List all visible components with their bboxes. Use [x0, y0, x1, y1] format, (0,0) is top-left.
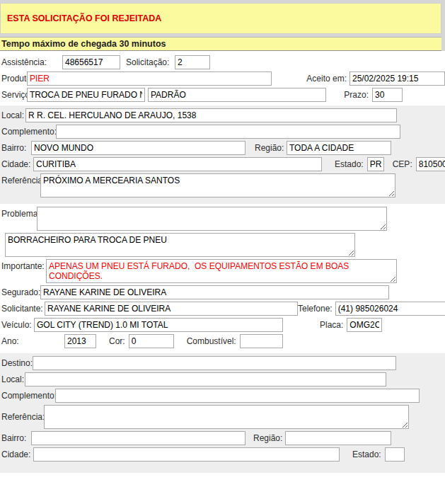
solicitante-label: Solicitante: [1, 304, 45, 314]
dest-bairro-label: Bairro: [1, 433, 31, 443]
destination-section: Destino: Local: Complemento: Referência:… [0, 353, 445, 473]
combustivel-input[interactable] [240, 334, 283, 348]
dest-bairro-input[interactable] [31, 431, 245, 445]
cor-label: Cor: [109, 336, 125, 346]
servico-tipo-input[interactable] [148, 88, 326, 102]
origin-regiao-input[interactable] [287, 141, 391, 155]
ano-input[interactable] [64, 334, 96, 348]
origin-estado-input[interactable] [367, 157, 384, 171]
importante-textarea[interactable]: APENAS UM PNEU ESTÁ FURADO, OS EQUIPAMEN… [46, 259, 397, 283]
origin-cidade-input[interactable] [33, 157, 322, 171]
origin-cep-input[interactable] [416, 157, 445, 171]
aceito-em-input[interactable] [349, 71, 445, 86]
veiculo-label: Veículo: [1, 320, 34, 330]
origin-cep-label: CEP: [393, 159, 412, 169]
telefone-label: Telefone: [298, 304, 333, 314]
origin-local-label: Local: [1, 110, 25, 120]
prazo-input[interactable] [372, 88, 403, 102]
origin-referencias-label: Referências: [1, 173, 40, 185]
dest-referencia-textarea[interactable] [44, 405, 409, 429]
placa-input[interactable] [347, 318, 382, 332]
produto-label: Produto: [1, 74, 27, 84]
aceito-em-label: Aceito em: [306, 74, 347, 84]
origin-local-input[interactable] [25, 108, 397, 122]
dest-estado-input[interactable] [385, 447, 405, 462]
origin-complemento-input[interactable] [56, 125, 400, 139]
destino-label: Destino: [1, 358, 33, 368]
importante-label: Importante: [1, 259, 46, 271]
origin-complemento-label: Complemento: [1, 127, 56, 137]
cor-input[interactable] [129, 334, 174, 348]
problema-textarea[interactable] [37, 207, 387, 231]
servico-label: Serviço: [1, 90, 27, 100]
dest-cidade-label: Cidade: [1, 449, 33, 459]
assistencia-input[interactable] [62, 55, 120, 69]
dest-regiao-input[interactable] [285, 431, 391, 445]
dest-complemento-input[interactable] [55, 389, 420, 403]
veiculo-input[interactable] [34, 318, 283, 332]
dest-local-label: Local: [1, 374, 25, 384]
origin-regiao-label: Região: [255, 143, 283, 153]
problema-label: Problema: [1, 207, 37, 219]
combustivel-label: Combustível: [187, 336, 236, 346]
prazo-label: Prazo: [344, 90, 369, 100]
solicitante-input[interactable] [45, 302, 298, 316]
origin-bairro-label: Bairro: [1, 143, 31, 153]
ano-label: Ano: [1, 336, 64, 346]
assistencia-label: Assistência: [1, 57, 62, 67]
origin-bairro-input[interactable] [31, 141, 245, 155]
origin-estado-label: Estado: [335, 159, 364, 169]
dest-estado-label: Estado: [352, 449, 381, 459]
origin-cidade-label: Cidade: [1, 159, 33, 169]
telefone-input[interactable] [335, 302, 445, 316]
solicitacao-input[interactable] [175, 55, 210, 69]
rejected-banner-text: ESTA SOLICITAÇÃO FOI REJEITADA [7, 13, 161, 23]
request-section: Assistência: Solicitação: Produto: Aceit… [0, 51, 445, 105]
segurado-label: Segurado: [1, 287, 40, 297]
banner-area: ESTA SOLICITAÇÃO FOI REJEITADA Tempo máx… [0, 0, 445, 51]
origin-referencias-textarea[interactable]: PRÓXIMO A MERCEARIA SANTOS [40, 173, 395, 197]
max-arrival-text: Tempo máximo de chegada 30 minutos [1, 39, 166, 49]
origin-section: Local: Complemento: Bairro: Região: Cida… [0, 105, 445, 204]
dest-referencia-label: Referência: [1, 412, 44, 422]
servico-input[interactable] [27, 88, 145, 102]
dest-local-input[interactable] [25, 372, 386, 386]
dest-regiao-label: Região: [253, 433, 282, 443]
dest-cidade-input[interactable] [33, 447, 340, 462]
produto-input[interactable] [27, 71, 272, 86]
dest-complemento-label: Complemento: [1, 391, 55, 401]
max-arrival-banner: Tempo máximo de chegada 30 minutos [0, 37, 441, 51]
details-section: Problema: BORRACHEIRO PARA TROCA DE PNEU… [0, 204, 445, 353]
solicitacao-label: Solicitação: [126, 57, 171, 67]
rejected-banner: ESTA SOLICITAÇÃO FOI REJEITADA [0, 3, 441, 34]
observacao-textarea[interactable]: BORRACHEIRO PARA TROCA DE PNEU [5, 233, 355, 257]
placa-label: Placa: [320, 320, 343, 330]
segurado-input[interactable] [40, 285, 389, 299]
destino-input[interactable] [33, 356, 396, 370]
